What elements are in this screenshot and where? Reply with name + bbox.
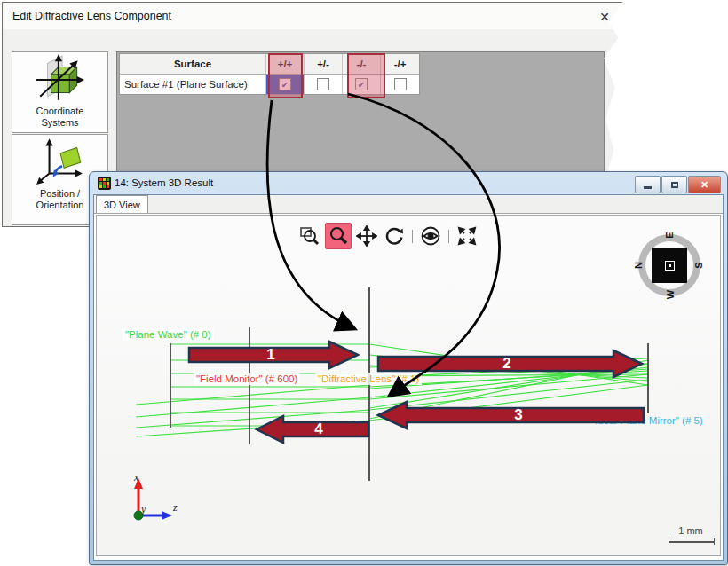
minimize-button[interactable] bbox=[635, 176, 661, 193]
toolbar-separator bbox=[448, 230, 449, 243]
tab-bar: 3D View bbox=[94, 195, 723, 214]
position-orientation-label: Position / Orientation bbox=[20, 188, 100, 211]
window-title: 14: System 3D Result bbox=[115, 177, 213, 188]
coordinate-systems-button[interactable]: Coordinate Systems bbox=[12, 51, 108, 133]
compass-axis-indicator bbox=[652, 248, 687, 283]
col-header-surface: Surface bbox=[120, 54, 266, 74]
toolbar-separator bbox=[412, 230, 413, 243]
system-3d-result-window: 14: System 3D Result ✕ 3D View "Ideal Pl… bbox=[89, 171, 728, 565]
window-client-area: 3D View "Ideal Plane Mirror" (# 5) 1234 … bbox=[93, 194, 724, 561]
screenshot-stage: Edit Diffractive Lens Component ✕ Coordi… bbox=[0, 0, 728, 566]
window-controls: ✕ bbox=[635, 176, 721, 193]
compass-z-glyph bbox=[665, 261, 675, 271]
dialog-title: Edit Diffractive Lens Component bbox=[12, 10, 171, 22]
compass-west: W bbox=[665, 290, 676, 299]
flow-arrow-3 bbox=[378, 402, 644, 428]
compass-north: N bbox=[633, 262, 644, 269]
close-button[interactable]: ✕ bbox=[688, 176, 721, 193]
window-icon bbox=[98, 177, 111, 190]
label-field-monitor: "Field Monitor" (# 600) bbox=[194, 373, 300, 385]
compass-east: E bbox=[664, 232, 675, 238]
coordinate-systems-label: Coordinate Systems bbox=[20, 106, 100, 129]
3d-viewport[interactable]: "Ideal Plane Mirror" (# 5) 1234 "Plane W… bbox=[96, 215, 721, 556]
eye-icon[interactable] bbox=[418, 224, 443, 248]
axis-label-x: x bbox=[134, 471, 138, 484]
tab-3d-view[interactable]: 3D View bbox=[96, 195, 148, 213]
checkbox-minus-plus[interactable] bbox=[394, 78, 407, 90]
flow-arrow-number: 2 bbox=[502, 355, 510, 372]
flow-arrow-number: 4 bbox=[314, 421, 323, 437]
col-header-minus-plus: -/+ bbox=[381, 54, 419, 74]
position-orientation-icon bbox=[35, 135, 86, 186]
pan-icon[interactable] bbox=[354, 224, 379, 248]
label-plane-wave: "Plane Wave" (# 0) bbox=[123, 328, 214, 341]
zoom-icon[interactable] bbox=[325, 223, 352, 249]
rotate-icon[interactable] bbox=[382, 224, 407, 248]
minimize-icon bbox=[644, 186, 652, 189]
dialog-close-icon[interactable]: ✕ bbox=[596, 8, 613, 26]
checkbox-cell-minus-plus bbox=[381, 75, 419, 94]
scale-bar: 1 mm bbox=[666, 525, 716, 545]
scale-label: 1 mm bbox=[666, 525, 716, 536]
surface-name-cell: Surface #1 (Plane Surface) bbox=[120, 75, 266, 94]
view-orientation-compass[interactable]: N E S W bbox=[637, 232, 702, 298]
highlight-box-minus-minus bbox=[347, 53, 385, 98]
fit-view-icon[interactable] bbox=[455, 224, 479, 248]
close-icon: ✕ bbox=[700, 180, 708, 190]
flow-arrow-number: 3 bbox=[514, 406, 522, 423]
flow-arrow-number: 1 bbox=[266, 346, 274, 363]
col-header-plus-minus: +/- bbox=[305, 54, 343, 74]
view-toolbar bbox=[297, 223, 479, 249]
coordinate-systems-icon bbox=[35, 52, 86, 104]
flow-arrow-4 bbox=[257, 416, 368, 443]
compass-south: S bbox=[693, 262, 704, 268]
checkbox-plus-minus[interactable] bbox=[317, 78, 329, 90]
zoom-window-icon[interactable] bbox=[297, 224, 322, 248]
scale-line bbox=[669, 538, 715, 545]
restore-icon bbox=[671, 182, 678, 188]
checkbox-cell-plus-minus bbox=[305, 75, 343, 94]
axis-label-z: z bbox=[173, 501, 178, 515]
label-diffractive-lens: "Diffractive Lens" (# 1) bbox=[315, 373, 422, 385]
axis-label-y: y bbox=[141, 503, 146, 516]
highlight-box-plus-plus bbox=[268, 53, 303, 98]
restore-button[interactable] bbox=[661, 176, 687, 193]
